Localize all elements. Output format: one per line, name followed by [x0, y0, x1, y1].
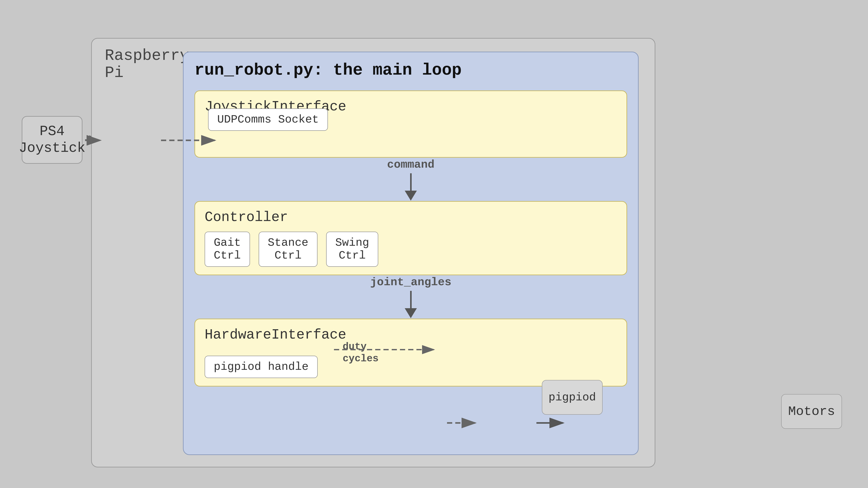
joint-angles-arrowhead [405, 308, 417, 318]
udp-comms-box: UDPComms Socket [208, 108, 328, 131]
command-label: command [387, 158, 434, 171]
stance-ctrl-box: Stance Ctrl [259, 232, 317, 267]
command-arrowhead [405, 191, 417, 201]
gait-ctrl-box: Gait Ctrl [205, 232, 250, 267]
pigpiod-box: pigpiod [542, 380, 602, 415]
ps4-joystick-label: PS4 Joystick [19, 123, 85, 157]
diagram-root: PS4 Joystick joystick .service Raspberry… [22, 16, 846, 472]
ctrl-boxes: Gait Ctrl Stance Ctrl Swing Ctrl [205, 232, 617, 267]
hardware-interface-label: HardwareInterface [205, 327, 617, 343]
main-loop-title: run_robot.py: the main loop [194, 61, 627, 79]
pigpiod-handle-box: pigpiod handle [205, 356, 318, 378]
hardware-interface-box: HardwareInterface pigpiod handle duty cy… [194, 319, 627, 387]
stance-ctrl-label: Stance Ctrl [268, 236, 308, 262]
rpi-label: Raspberry Pi [105, 47, 189, 82]
joint-angles-arrow-line [410, 291, 412, 308]
controller-box: Controller Gait Ctrl Stance Ctrl Swing C… [194, 201, 627, 275]
raspberry-pi-box: Raspberry Pi run_robot.py: the main loop… [91, 38, 655, 467]
command-arrow-container: command [194, 158, 627, 201]
command-arrow-line [410, 173, 412, 191]
joint-angles-arrow-container: joint_angles [194, 275, 627, 319]
controller-label: Controller [205, 209, 617, 225]
joystick-interface-box: JoystickInterface UDPComms Socket [194, 91, 627, 158]
pigpiod-handle-label: pigpiod handle [214, 360, 309, 373]
swing-ctrl-label: Swing Ctrl [335, 236, 369, 262]
duty-arrow-svg [334, 343, 464, 356]
ps4-joystick-box: PS4 Joystick [22, 116, 83, 164]
motors-label: Motors [788, 404, 835, 419]
pigpiod-label: pigpiod [549, 391, 596, 404]
gait-ctrl-label: Gait Ctrl [214, 236, 241, 262]
motors-box: Motors [781, 394, 842, 429]
swing-ctrl-box: Swing Ctrl [326, 232, 378, 267]
joint-angles-label: joint_angles [370, 276, 452, 289]
udp-comms-label: UDPComms Socket [217, 113, 319, 126]
